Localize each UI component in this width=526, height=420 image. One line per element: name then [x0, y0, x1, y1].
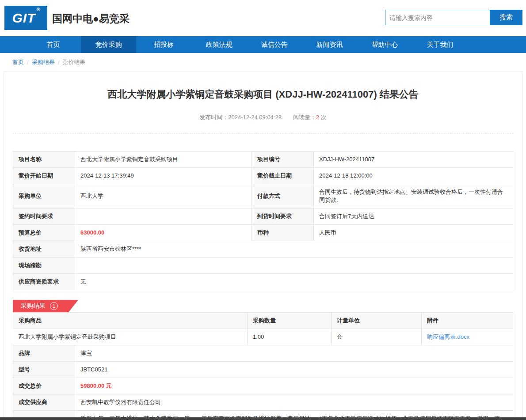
- detail-label: 品牌: [13, 345, 75, 362]
- budget-total-value: 63000.00: [75, 225, 252, 241]
- search-button[interactable]: 搜索: [490, 10, 522, 25]
- table-row: 项目名称 西北大学附属小学紫铜定音鼓采购项目 项目编号 XDJJ-HW-2024…: [13, 151, 513, 168]
- nav-item-news[interactable]: 新闻资讯: [302, 36, 357, 53]
- info-label: 竞价开始日期: [13, 168, 75, 184]
- page-title: 西北大学附属小学紫铜定音鼓采购项目 (XDJJ-HW-202411007) 结果…: [13, 88, 513, 101]
- nav-item-bidding-purchase[interactable]: 竞价采购: [81, 36, 136, 53]
- breadcrumb-purchase-results[interactable]: 采购结果: [32, 58, 55, 66]
- purchase-result-ribbon: 采购结果 1: [13, 300, 78, 312]
- info-label: 竞价截止日期: [252, 168, 314, 184]
- result-count-badge: 1: [50, 302, 58, 310]
- info-value: 2024-12-18 12:00:00: [314, 168, 513, 184]
- nav-item-home[interactable]: 首页: [26, 36, 81, 53]
- detail-value: JBTC0521: [75, 362, 513, 378]
- goods-table: 采购商品 采购数量 计量单位 附件 西北大学附属小学紫铜定音鼓采购项目 1.00…: [13, 312, 513, 345]
- nav-item-tendering[interactable]: 招投标: [136, 36, 191, 53]
- search-input[interactable]: [385, 10, 490, 25]
- goods-quantity: 1.00: [248, 329, 332, 345]
- breadcrumb-separator: /: [27, 59, 29, 66]
- info-label: 项目编号: [252, 151, 314, 168]
- table-header-row: 采购商品 采购数量 计量单位 附件: [13, 313, 513, 329]
- info-value: 西北大学附属小学紫铜定音鼓采购项目: [75, 151, 252, 168]
- bottom-edge-bar: [0, 417, 526, 420]
- detail-value: 西安凯中教学仪器有限责任公司: [75, 394, 513, 411]
- info-value: 无: [75, 274, 513, 290]
- breadcrumb: 首页 / 采购结果 / 竞价结果: [12, 58, 526, 66]
- info-value: XDJJ-HW-202411007: [314, 151, 513, 168]
- table-row: 采购单位 西北大学 付款方式 合同生效后，待货物到达指定地点、安装调试验收合格后…: [13, 184, 513, 208]
- table-row: 供应商资质要求 无: [13, 274, 513, 290]
- detail-label: 成交供应商: [13, 394, 75, 411]
- registered-mark: ®: [36, 7, 40, 12]
- logo-text: GIT®: [12, 11, 39, 26]
- column-header: 采购商品: [13, 313, 248, 329]
- detail-label: 型号: [13, 362, 75, 378]
- publish-time-value: 2024-12-24 09:04:28: [228, 114, 282, 121]
- info-label: 到货时间要求: [252, 208, 314, 225]
- info-value: 陕西省西安市碑林区****: [75, 241, 513, 257]
- info-label: 供应商资质要求: [13, 274, 75, 290]
- info-value: 合同生效后，待货物到达指定地点、安装调试验收合格后，一次性付清合同货款。: [314, 184, 513, 208]
- table-row: 收货地址 陕西省西安市碑林区****: [13, 241, 513, 257]
- info-label: 项目名称: [13, 151, 75, 168]
- info-label: 币种: [252, 225, 314, 241]
- goods-unit: 套: [332, 329, 422, 345]
- breadcrumb-home[interactable]: 首页: [12, 58, 24, 66]
- attachment-link[interactable]: 响应偏离表.docx: [427, 333, 469, 340]
- views-unit: 次: [321, 114, 327, 121]
- site-name: 国网中电●易竞采: [52, 12, 130, 26]
- site-logo[interactable]: GIT®: [4, 6, 47, 30]
- detail-label: 成交总价: [13, 378, 75, 394]
- detail-value: 津宝: [75, 345, 513, 362]
- project-info-table: 项目名称 西北大学附属小学紫铜定音鼓采购项目 项目编号 XDJJ-HW-2024…: [13, 151, 513, 290]
- info-value: [75, 208, 252, 225]
- site-header: GIT® 国网中电●易竞采 搜索: [0, 0, 526, 36]
- info-value: 合同签订后7天内送达: [314, 208, 513, 225]
- nav-item-help-center[interactable]: 帮助中心: [357, 36, 412, 53]
- nav-item-integrity-notice[interactable]: 诚信公告: [247, 36, 302, 53]
- table-row: 竞价开始日期 2024-12-13 17:39:49 竞价截止日期 2024-1…: [13, 168, 513, 184]
- views-label: 阅读量：: [293, 114, 316, 121]
- info-label: 采购单位: [13, 184, 75, 208]
- info-label: 收货地址: [13, 241, 75, 257]
- info-value: 人民币: [314, 225, 513, 241]
- info-label: 签约时间要求: [13, 208, 75, 225]
- table-row: 预算总价 63000.00 币种 人民币: [13, 225, 513, 241]
- column-header: 附件: [422, 313, 513, 329]
- column-header: 采购数量: [248, 313, 332, 329]
- table-row: 成交总价 59800.00 元: [13, 378, 513, 394]
- table-row: 型号 JBTC0521: [13, 362, 513, 378]
- info-value: 2024-12-13 17:39:49: [75, 168, 252, 184]
- publish-info: 发布时间：2024-12-24 09:04:28阅读量：2 次: [13, 114, 513, 121]
- dashed-divider: [13, 133, 513, 133]
- info-label: 付款方式: [252, 184, 314, 208]
- table-row: 西北大学附属小学紫铜定音鼓采购项目 1.00 套 响应偏离表.docx: [13, 329, 513, 345]
- goods-name: 西北大学附属小学紫铜定音鼓采购项目: [13, 329, 248, 345]
- breadcrumb-separator: /: [58, 59, 60, 66]
- page: GIT® 国网中电●易竞采 搜索 首页 竞价采购 招投标 政策法规 诚信公告 新…: [0, 0, 526, 420]
- search-bar: 搜索: [385, 10, 522, 25]
- deal-total-price: 59800.00 元: [75, 378, 513, 394]
- column-header: 计量单位: [332, 313, 422, 329]
- main-nav: 首页 竞价采购 招投标 政策法规 诚信公告 新闻资讯 帮助中心 关于我们: [0, 36, 526, 53]
- announcement-panel: 西北大学附属小学紫铜定音鼓采购项目 (XDJJ-HW-202411007) 结果…: [4, 72, 522, 420]
- table-row: 现场踏勘: [13, 257, 513, 274]
- info-value: [75, 257, 513, 274]
- table-row: 成交供应商 西安凯中教学仪器有限责任公司: [13, 394, 513, 411]
- views-count: 2: [316, 114, 319, 121]
- publish-time-label: 发布时间：: [199, 114, 228, 121]
- table-row: 签约时间要求 到货时间要求 合同签订后7天内送达: [13, 208, 513, 225]
- info-label: 预算总价: [13, 225, 75, 241]
- nav-item-about-us[interactable]: 关于我们: [412, 36, 468, 53]
- table-row: 品牌 津宝: [13, 345, 513, 362]
- info-label: 现场踏勘: [13, 257, 75, 274]
- nav-item-policies[interactable]: 政策法规: [191, 36, 247, 53]
- ribbon-label: 采购结果: [21, 302, 46, 310]
- deal-detail-table: 品牌 津宝 型号 JBTC0521 成交总价 59800.00 元 成交供应商 …: [13, 345, 513, 420]
- info-value: 西北大学: [75, 184, 252, 208]
- breadcrumb-current: 竞价结果: [62, 58, 85, 66]
